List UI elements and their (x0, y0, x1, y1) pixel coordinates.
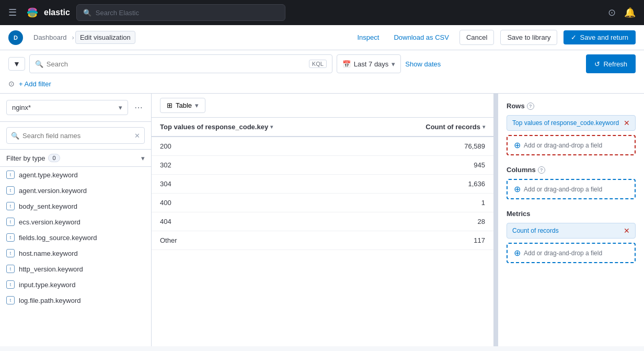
download-csv-button[interactable]: Download as CSV (389, 31, 453, 43)
field-list-item[interactable]: t fields.log_source.keyword (0, 230, 151, 245)
search-icon: 🔍 (11, 132, 19, 140)
table-row[interactable]: 302 945 (152, 156, 493, 175)
field-list-item[interactable]: t host.name.keyword (0, 245, 151, 261)
field-name: agent.type.keyword (19, 171, 78, 179)
breadcrumb-edit-viz[interactable]: Edit visualization (75, 31, 135, 44)
row-count: 117 (367, 231, 493, 250)
row-count: 28 (367, 212, 493, 231)
kql-search-bar[interactable]: 🔍 KQL (29, 54, 332, 73)
sort-count-button[interactable]: Count of records ▾ (426, 123, 485, 131)
row-count: 1 (367, 194, 493, 212)
date-picker[interactable]: 📅 Last 7 days ▾ (337, 54, 401, 73)
filter-bar: ▼ 🔍 KQL 📅 Last 7 days ▾ Show dates ↺ Ref… (0, 50, 644, 94)
global-search-input[interactable] (96, 9, 279, 17)
filter-by-type-text: Filter by type (6, 154, 45, 162)
columns-section: Columns ? ⊕ Add or drag-and-drop a field (507, 166, 636, 199)
filter-type-icon[interactable]: ▼ (8, 57, 25, 71)
table-row[interactable]: Other 117 (152, 231, 493, 250)
columns-section-title: Columns ? (507, 166, 636, 174)
save-to-library-button[interactable]: Save to library (500, 30, 557, 45)
row-key: 302 (152, 156, 367, 175)
right-panel: Rows ? Top values of response_code.keywo… (498, 94, 644, 346)
save-and-return-button[interactable]: ✓ Save and return (564, 30, 636, 44)
field-list-item[interactable]: t agent.version.keyword (0, 183, 151, 198)
field-list-item[interactable]: t body_sent.keyword (0, 198, 151, 214)
rows-info-icon[interactable]: ? (527, 103, 534, 110)
left-panel: nginx* ▾ ⋯ 🔍 ✕ Filter by type 0 ▾ t agen… (0, 94, 152, 346)
nav-icons: ⊙ 🔔 (608, 7, 636, 18)
sort-key-button[interactable]: Top values of response_code.key ▾ (160, 123, 273, 131)
table-row[interactable]: 404 28 (152, 212, 493, 231)
show-dates-button[interactable]: Show dates (405, 60, 441, 68)
field-type-badge: t (6, 296, 15, 304)
notifications-icon[interactable]: 🔔 (624, 7, 636, 18)
index-pattern-header: nginx* ▾ ⋯ (0, 94, 151, 122)
columns-info-icon[interactable]: ? (538, 166, 545, 174)
field-search-input-wrap[interactable]: 🔍 ✕ (6, 127, 145, 144)
count-of-records-label: Count of records (512, 227, 559, 234)
viz-type-button[interactable]: ⊞ Table ▾ (160, 98, 205, 113)
clear-search-icon[interactable]: ✕ (134, 132, 140, 140)
metrics-section: Metrics Count of records ✕ ⊕ Add or drag… (507, 210, 636, 263)
add-metric-field-button[interactable]: ⊕ Add or drag-and-drop a field (507, 243, 636, 263)
top-navigation: ☰ elastic 🔍 ⊙ 🔔 (0, 0, 644, 25)
index-pattern-selector[interactable]: nginx* ▾ (6, 100, 128, 115)
field-name: agent.version.keyword (19, 187, 87, 195)
remove-metric-icon[interactable]: ✕ (624, 227, 630, 235)
row-key: 304 (152, 175, 367, 194)
breadcrumb-bar: D Dashboard › Edit visualization Inspect… (0, 25, 644, 50)
add-row-field-button[interactable]: ⊕ Add or drag-and-drop a field (507, 135, 636, 155)
chevron-down-icon: ▾ (141, 154, 145, 162)
top-values-pill[interactable]: Top values of response_code.keyword ✕ (507, 115, 636, 131)
table-container: Top values of response_code.key ▾ Count … (152, 118, 493, 346)
refresh-button[interactable]: ↺ Refresh (586, 54, 636, 73)
field-type-badge: t (6, 233, 15, 242)
fields-list: t agent.type.keyword t agent.version.key… (0, 167, 151, 346)
date-range-label: Last 7 days (354, 60, 389, 68)
field-list-item[interactable]: t http_version.keyword (0, 261, 151, 277)
hamburger-menu-icon[interactable]: ☰ (8, 7, 17, 18)
kql-badge[interactable]: KQL (309, 60, 327, 68)
filter-by-type-row[interactable]: Filter by type 0 ▾ (0, 150, 151, 167)
add-row-label: Add or drag-and-drop a field (524, 142, 602, 149)
add-filter-button[interactable]: + Add filter (19, 80, 51, 88)
global-search-bar[interactable]: 🔍 (76, 4, 285, 21)
elastic-logo: elastic (25, 5, 70, 20)
chevron-down-icon: ▾ (195, 101, 199, 109)
breadcrumb-actions: Inspect Download as CSV Cancel Save to l… (353, 30, 636, 45)
col-count-label: Count of records (426, 123, 480, 131)
kql-search-input[interactable] (47, 60, 306, 68)
breadcrumb-dashboard[interactable]: Dashboard (29, 31, 71, 43)
field-search-input[interactable] (22, 132, 131, 140)
filter-type-label: Filter by type 0 (6, 154, 60, 162)
table-icon: ⊞ (167, 101, 172, 109)
add-column-label: Add or drag-and-drop a field (524, 186, 602, 193)
viz-content: Top values of response_code.key ▾ Count … (152, 118, 493, 346)
field-name: body_sent.keyword (19, 202, 77, 210)
table-row[interactable]: 200 76,589 (152, 137, 493, 156)
help-filter-icon: ⊙ (8, 80, 15, 88)
brand-name: elastic (44, 8, 70, 17)
data-table: Top values of response_code.key ▾ Count … (152, 118, 493, 250)
field-list-item[interactable]: t ecs.version.keyword (0, 214, 151, 230)
viz-toolbar: ⊞ Table ▾ (152, 94, 493, 118)
remove-field-icon[interactable]: ✕ (624, 119, 630, 127)
field-type-badge: t (6, 171, 15, 179)
add-column-field-button[interactable]: ⊕ Add or drag-and-drop a field (507, 179, 636, 199)
field-search-wrap: 🔍 ✕ (0, 122, 151, 150)
field-list-item[interactable]: t input.type.keyword (0, 277, 151, 292)
search-icon: 🔍 (35, 60, 43, 68)
help-icon[interactable]: ⊙ (608, 7, 616, 18)
table-row[interactable]: 304 1,636 (152, 175, 493, 194)
svg-point-4 (29, 8, 36, 17)
count-of-records-pill[interactable]: Count of records ✕ (507, 223, 636, 239)
field-list-item[interactable]: t agent.type.keyword (0, 167, 151, 183)
cancel-button[interactable]: Cancel (459, 30, 494, 45)
field-name: input.type.keyword (19, 281, 75, 289)
more-options-icon[interactable]: ⋯ (132, 100, 145, 115)
chevron-down-icon: ▾ (392, 60, 395, 68)
field-list-item[interactable]: t log.file.path.keyword (0, 292, 151, 308)
inspect-button[interactable]: Inspect (353, 31, 384, 43)
table-row[interactable]: 400 1 (152, 194, 493, 212)
field-name: host.name.keyword (19, 250, 78, 257)
